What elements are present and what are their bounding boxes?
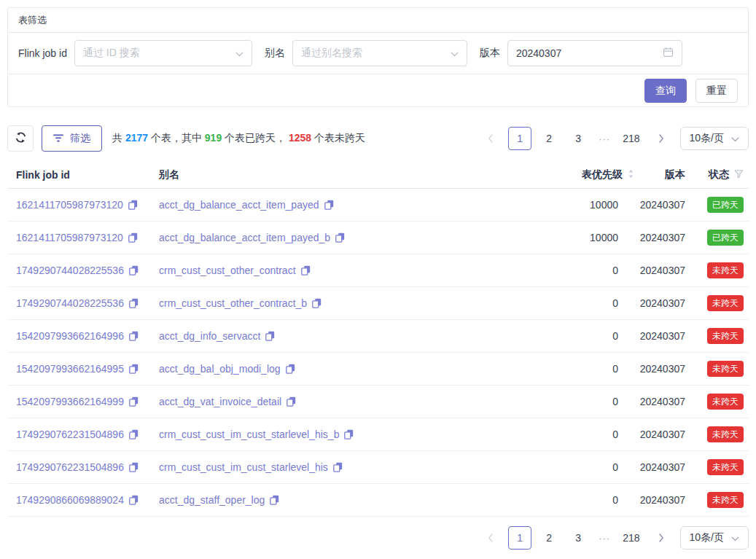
alias-select[interactable]: 通过别名搜索 — [292, 40, 467, 66]
refresh-button[interactable] — [7, 125, 34, 152]
page-ellipsis[interactable]: ··· — [596, 133, 613, 144]
alias-cell: crm_cust_cust_other_contract_b — [159, 297, 496, 309]
copy-icon[interactable] — [324, 200, 334, 210]
version-date-value: 20240307 — [516, 47, 561, 59]
prev-page-button[interactable] — [479, 526, 502, 550]
query-button[interactable]: 查询 — [644, 79, 687, 103]
job-id-cell: 1749290744028225536 — [16, 297, 159, 309]
filter-actions-row: 查询 重置 — [8, 74, 748, 106]
job-id-link[interactable]: 1542097993662164995 — [16, 363, 124, 375]
job-id-cell: 1749290866069889024 — [16, 494, 159, 506]
job-id-link[interactable]: 1542097993662164999 — [16, 396, 124, 407]
status-badge: 未跨天 — [707, 394, 744, 410]
status-cell: 未跨天 — [685, 262, 744, 278]
copy-icon[interactable] — [128, 200, 138, 210]
filter-fields-row: Flink job id 通过 ID 搜索 别名 通过别名搜索 版本 20240… — [8, 33, 748, 74]
version-cell: 20240307 — [634, 265, 685, 276]
version-date-input[interactable]: 20240307 — [507, 40, 682, 66]
page-button-2[interactable]: 2 — [537, 127, 561, 150]
version-cell: 20240307 — [634, 461, 685, 473]
alias-link[interactable]: acct_dg_bal_obj_modi_log — [159, 363, 281, 375]
flink-job-id-select[interactable]: 通过 ID 搜索 — [74, 40, 252, 66]
reset-button[interactable]: 重置 — [695, 79, 738, 103]
version-cell: 20240307 — [634, 199, 685, 211]
copy-icon[interactable] — [129, 495, 139, 505]
copy-icon[interactable] — [301, 265, 311, 275]
page-ellipsis[interactable]: ··· — [596, 533, 613, 544]
alias-link[interactable]: acct_dg_balance_acct_item_payed — [159, 199, 319, 211]
page-size-select[interactable]: 10条/页 — [680, 127, 749, 150]
page-button-3[interactable]: 3 — [566, 526, 590, 550]
alias-link[interactable]: acct_dg_balance_acct_item_payed_b — [159, 232, 330, 243]
copy-icon[interactable] — [129, 429, 139, 439]
copy-icon[interactable] — [129, 462, 139, 472]
job-id-link[interactable]: 1749290762231504896 — [16, 429, 124, 440]
job-id-link[interactable]: 1621411705987973120 — [16, 199, 123, 211]
version-cell: 20240307 — [634, 363, 685, 375]
alias-link[interactable]: crm_cust_cust_im_cust_starlevel_his_b — [159, 429, 339, 440]
priority-cell: 10000 — [496, 232, 634, 243]
status-badge: 未跨天 — [707, 492, 744, 508]
copy-icon[interactable] — [129, 331, 139, 341]
copy-icon[interactable] — [129, 364, 139, 374]
col-header-priority[interactable]: 表优先级 — [496, 168, 634, 181]
job-id-cell: 1621411705987973120 — [16, 199, 159, 211]
job-id-link[interactable]: 1542097993662164996 — [16, 330, 124, 342]
priority-cell: 0 — [496, 265, 634, 276]
copy-icon[interactable] — [265, 331, 275, 341]
page-button-3[interactable]: 3 — [566, 127, 590, 150]
prev-page-button[interactable] — [479, 127, 502, 150]
alias-cell: acct_dg_vat_invoice_detail — [159, 396, 496, 407]
filter-panel-button[interactable]: 筛选 — [42, 125, 102, 152]
refresh-icon — [15, 131, 27, 146]
copy-icon[interactable] — [335, 232, 345, 243]
status-cell: 已跨天 — [685, 230, 744, 246]
alias-cell: acct_dg_info_servacct — [159, 330, 496, 342]
version-label: 版本 — [480, 47, 500, 60]
page-button-1[interactable]: 1 — [508, 127, 531, 150]
funnel-filter-icon[interactable] — [734, 169, 744, 181]
copy-icon[interactable] — [129, 265, 139, 275]
alias-link[interactable]: crm_cust_cust_other_contract — [159, 265, 296, 276]
status-cell: 未跨天 — [685, 459, 744, 475]
job-id-link[interactable]: 1749290866069889024 — [16, 494, 124, 506]
job-id-link[interactable]: 1749290744028225536 — [16, 297, 124, 309]
alias-cell: acct_dg_balance_acct_item_payed — [159, 199, 496, 211]
job-id-cell: 1542097993662164996 — [16, 330, 159, 342]
next-page-button[interactable] — [650, 127, 673, 150]
table-header-row: Flink job id 别名 表优先级 版本 状态 — [7, 162, 749, 189]
job-id-link[interactable]: 1621411705987973120 — [16, 232, 123, 243]
next-page-button[interactable] — [650, 526, 673, 550]
alias-link[interactable]: acct_dg_info_servacct — [159, 330, 260, 342]
page-button-1[interactable]: 1 — [508, 526, 531, 550]
status-badge: 未跨天 — [707, 361, 744, 377]
copy-icon[interactable] — [129, 298, 139, 308]
copy-icon[interactable] — [344, 429, 354, 439]
table-row: 1749290744028225536crm_cust_cust_other_c… — [7, 287, 749, 320]
job-id-link[interactable]: 1749290744028225536 — [16, 265, 124, 276]
copy-icon[interactable] — [333, 462, 343, 472]
alias-link[interactable]: crm_cust_cust_im_cust_starlevel_his — [159, 461, 328, 473]
alias-link[interactable]: acct_dg_staff_oper_log — [159, 494, 265, 506]
page-button-218[interactable]: 218 — [619, 127, 643, 150]
status-cell: 未跨天 — [685, 492, 744, 508]
copy-icon[interactable] — [287, 396, 296, 407]
alias-cell: crm_cust_cust_other_contract — [159, 265, 496, 276]
job-id-link[interactable]: 1749290762231504896 — [16, 461, 124, 473]
page-size-select[interactable]: 10条/页 — [680, 526, 749, 550]
copy-icon[interactable] — [312, 298, 322, 308]
copy-icon[interactable] — [128, 232, 138, 243]
alias-link[interactable]: crm_cust_cust_other_contract_b — [159, 297, 307, 309]
table-row: 1542097993662164995acct_dg_bal_obj_modi_… — [7, 353, 749, 386]
summary-label: 个表已跨天， — [222, 132, 289, 144]
page-button-218[interactable]: 218 — [619, 526, 643, 550]
page-button-2[interactable]: 2 — [537, 526, 561, 550]
table-row: 1542097993662164999acct_dg_vat_invoice_d… — [7, 386, 749, 418]
job-id-cell: 1749290762231504896 — [16, 461, 159, 473]
copy-icon[interactable] — [129, 396, 139, 407]
copy-icon[interactable] — [270, 495, 279, 505]
priority-cell: 0 — [496, 494, 634, 506]
sort-icon[interactable] — [628, 169, 634, 181]
copy-icon[interactable] — [286, 364, 295, 374]
alias-link[interactable]: acct_dg_vat_invoice_detail — [159, 396, 281, 407]
